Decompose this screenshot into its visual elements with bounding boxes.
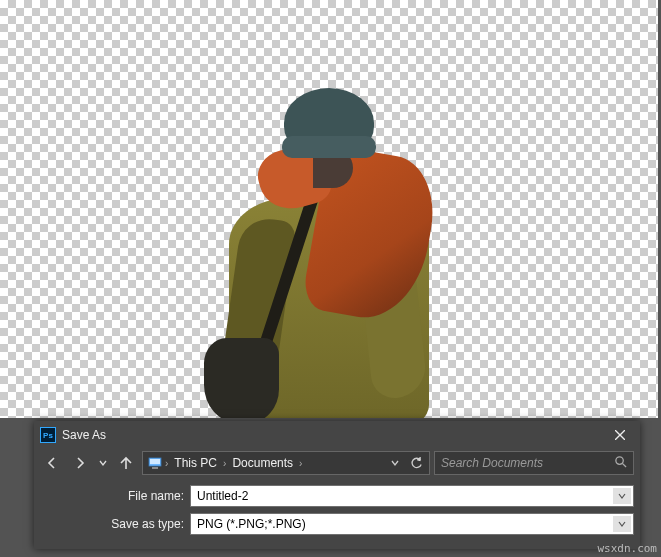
refresh-button[interactable] — [407, 454, 425, 472]
filename-dropdown-button[interactable] — [613, 488, 631, 504]
svg-rect-4 — [152, 467, 158, 469]
nav-back-button[interactable] — [40, 451, 64, 475]
canvas-transparent-area[interactable] — [0, 0, 658, 418]
nav-recent-button[interactable] — [96, 451, 110, 475]
dialog-titlebar: Ps Save As — [34, 421, 640, 449]
close-icon — [615, 430, 625, 440]
svg-point-5 — [616, 457, 623, 464]
address-bar[interactable]: › This PC › Documents › — [142, 451, 430, 475]
chevron-down-icon — [618, 520, 626, 528]
filename-combobox[interactable]: Untitled-2 — [190, 485, 634, 507]
refresh-icon — [410, 457, 423, 470]
chevron-down-icon — [99, 459, 107, 467]
arrow-left-icon — [45, 456, 59, 470]
breadcrumb-documents[interactable]: Documents — [228, 456, 297, 470]
save-type-dropdown-button[interactable] — [613, 516, 631, 532]
save-as-dialog: Ps Save As › This PC › Documents › — [34, 421, 640, 549]
svg-line-6 — [622, 463, 626, 467]
filename-label: File name: — [40, 489, 190, 503]
chevron-down-icon — [618, 492, 626, 500]
pc-icon — [147, 455, 163, 471]
arrow-up-icon — [119, 456, 133, 470]
search-icon — [614, 454, 627, 472]
dialog-title: Save As — [62, 428, 606, 442]
chevron-right-icon: › — [299, 458, 302, 469]
svg-rect-3 — [150, 459, 160, 464]
chevron-right-icon: › — [223, 458, 226, 469]
chevron-down-icon — [391, 459, 399, 467]
image-subject-person — [199, 88, 459, 418]
save-type-value: PNG (*.PNG;*.PNG) — [197, 517, 306, 531]
close-button[interactable] — [606, 421, 634, 449]
filename-value: Untitled-2 — [197, 489, 248, 503]
save-type-label: Save as type: — [40, 517, 190, 531]
chevron-right-icon: › — [165, 458, 168, 469]
nav-up-button[interactable] — [114, 451, 138, 475]
navigation-toolbar: › This PC › Documents › — [34, 449, 640, 481]
breadcrumb-this-pc[interactable]: This PC — [170, 456, 221, 470]
nav-forward-button[interactable] — [68, 451, 92, 475]
photoshop-app-icon: Ps — [40, 427, 56, 443]
watermark-text: wsxdn.com — [597, 542, 657, 555]
address-dropdown-button[interactable] — [387, 455, 403, 471]
search-box[interactable] — [434, 451, 634, 475]
save-form: File name: Untitled-2 Save as type: PNG … — [34, 481, 640, 549]
arrow-right-icon — [73, 456, 87, 470]
search-input[interactable] — [441, 456, 614, 470]
save-type-combobox[interactable]: PNG (*.PNG;*.PNG) — [190, 513, 634, 535]
